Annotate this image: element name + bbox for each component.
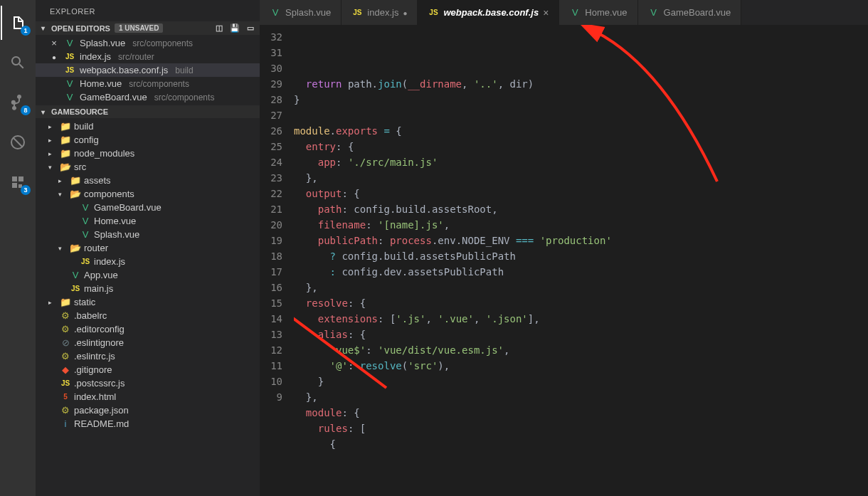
code-line[interactable]: entry: { [294, 139, 868, 154]
vue-icon: V [648, 7, 660, 18]
scm-icon[interactable]: 8 [1, 85, 35, 120]
code-line[interactable]: '@': resolve('src'), [294, 358, 868, 374]
editor-tab[interactable]: VGameBoard.vue [638, 0, 742, 25]
code-line[interactable]: resolve: { [294, 295, 868, 311]
code-line[interactable]: }, [294, 280, 868, 295]
line-gutter: 3231302928272625242322212019181716151413… [260, 25, 294, 496]
close-all-icon[interactable]: ▭ [247, 23, 254, 33]
code-line[interactable]: : config.dev.assetsPublicPath [294, 264, 868, 280]
tree-item[interactable]: ▸📁node_modules [36, 147, 260, 160]
code-line[interactable]: ? config.build.assetsPublicPath [294, 248, 868, 264]
open-editor-item[interactable]: JSwebpack.base.conf.jsbuild [36, 63, 260, 77]
tree-item-name: index.js [94, 256, 125, 267]
open-editor-item[interactable]: VGameBoard.vuesrc/components [36, 90, 260, 104]
config-icon: ⚙ [60, 310, 71, 321]
vue-icon: V [80, 229, 91, 240]
code-line[interactable]: { [294, 436, 868, 452]
tree-item[interactable]: ⚙.eslintrc.js [36, 349, 260, 363]
search-icon[interactable] [1, 46, 35, 80]
tree-item[interactable]: VSplash.vue [36, 228, 260, 241]
code-line[interactable]: rules: [ [294, 421, 868, 436]
code-line[interactable]: module.exports = { [294, 123, 868, 139]
tree-item[interactable]: ▸📁config [36, 133, 260, 147]
tree-item[interactable]: 5index.html [36, 390, 260, 403]
code-line[interactable]: filename: '[name].js', [294, 217, 868, 233]
tree-item[interactable]: VApp.vue [36, 268, 260, 282]
code-line[interactable]: } [294, 374, 868, 389]
close-icon[interactable]: × [543, 7, 549, 19]
tree-item[interactable]: JSindex.js [36, 255, 260, 268]
debug-icon[interactable] [1, 125, 35, 159]
open-editor-item[interactable]: ×VSplash.vuesrc/components [36, 36, 260, 50]
folder-icon: 📁 [60, 148, 71, 159]
chevron-icon: ▸ [58, 177, 67, 184]
editor-area[interactable]: 3231302928272625242322212019181716151413… [260, 25, 868, 496]
tree-item[interactable]: iREADME.md [36, 417, 260, 431]
open-editor-item[interactable]: JSindex.jssrc/router [36, 50, 260, 63]
editor-path: build [175, 65, 193, 75]
open-editors-header[interactable]: ▾ Open Editors 1 UNSAVED ◫ 💾 ▭ [36, 21, 260, 35]
editor-path: src/router [118, 52, 154, 62]
tree-item[interactable]: JS.postcssrc.js [36, 376, 260, 390]
tree-item-name: config [74, 134, 99, 145]
code-line[interactable]: publicPath: process.env.NODE_ENV === 'pr… [294, 233, 868, 248]
folder-icon: 📂 [60, 162, 71, 172]
code-line[interactable]: } [294, 92, 868, 107]
tree-item[interactable]: ⚙.editorconfig [36, 322, 260, 336]
folder-icon: 📁 [70, 175, 81, 186]
tree-item[interactable]: ⚙.babelrc [36, 309, 260, 322]
vue-icon: V [569, 7, 581, 18]
explorer-icon[interactable]: 1 [1, 6, 35, 40]
ext-badge: 3 [21, 185, 31, 195]
tree-item[interactable]: VGameBoard.vue [36, 201, 260, 214]
line-number: 29 [260, 76, 282, 92]
open-editor-item[interactable]: VHome.vuesrc/components [36, 77, 260, 90]
code-line[interactable]: path: config.build.assetsRoot, [294, 201, 868, 217]
line-number: 16 [260, 280, 282, 295]
code-line[interactable]: }, [294, 389, 868, 405]
code-line[interactable]: 'vue$': 'vue/dist/vue.esm.js', [294, 342, 868, 358]
new-file-icon[interactable]: ◫ [216, 23, 223, 33]
code-line[interactable]: alias: { [294, 327, 868, 342]
tree-item-name: router [84, 243, 108, 253]
chevron-icon: ▸ [48, 123, 57, 130]
code-line[interactable]: extensions: ['.js', '.vue', '.json'], [294, 311, 868, 327]
tree-item[interactable]: JSmain.js [36, 282, 260, 295]
tree-item-name: App.vue [84, 270, 118, 280]
tree-item[interactable]: ▸📁static [36, 295, 260, 309]
code-line[interactable]: output: { [294, 186, 868, 201]
js-icon: JS [60, 379, 71, 387]
tree-item[interactable]: ⚙package.json [36, 403, 260, 417]
editor-tab[interactable]: VSplash.vue [260, 0, 342, 25]
tree-item[interactable]: VHome.vue [36, 214, 260, 228]
project-header[interactable]: ▾ GameSource [36, 105, 260, 118]
tree-item[interactable]: ▸📁assets [36, 174, 260, 187]
code-line[interactable]: return path.join(__dirname, '..', dir) [294, 76, 868, 92]
editor-tab[interactable]: VHome.vue [559, 0, 637, 25]
line-number: 12 [260, 342, 282, 358]
line-number: 26 [260, 123, 282, 139]
tree-item[interactable]: ▾📂src [36, 160, 260, 174]
close-icon[interactable]: × [48, 38, 60, 48]
editor-name: Home.vue [80, 78, 122, 89]
editor-tab[interactable]: JSwebpack.base.conf.js× [418, 0, 559, 25]
tree-item[interactable]: ⊘.eslintignore [36, 336, 260, 349]
tree-item-name: .eslintrc.js [74, 351, 115, 362]
code-line[interactable] [294, 107, 868, 123]
code-line[interactable]: module: { [294, 405, 868, 421]
tree-item[interactable]: ▾📂components [36, 187, 260, 201]
code-line[interactable]: }, [294, 170, 868, 186]
tree-item[interactable]: ▾📂router [36, 241, 260, 255]
extensions-icon[interactable]: 3 [1, 165, 35, 199]
chevron-icon: ▸ [48, 299, 57, 306]
tab-name: GameBoard.vue [664, 7, 731, 18]
editor-tab[interactable]: JSindex.js [342, 0, 418, 25]
tree-item-name: src [74, 162, 86, 172]
save-all-icon[interactable]: 💾 [230, 23, 240, 33]
code-line[interactable]: app: './src/main.js' [294, 154, 868, 170]
line-number: 28 [260, 92, 282, 107]
tree-item-name: .editorconfig [74, 324, 125, 334]
tree-item[interactable]: ◆.gitignore [36, 363, 260, 376]
code-content[interactable]: return path.join(__dirname, '..', dir)}m… [294, 25, 868, 496]
tree-item[interactable]: ▸📁build [36, 120, 260, 133]
